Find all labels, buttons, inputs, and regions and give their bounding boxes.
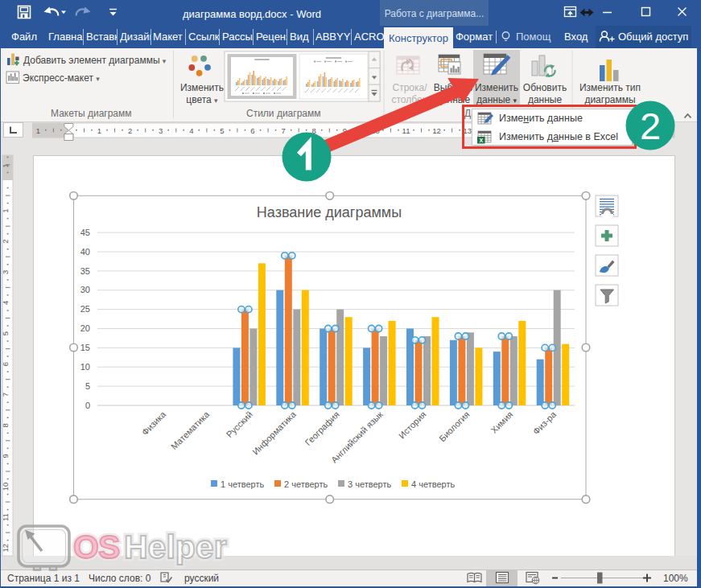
svg-text:Helper: Helper [124,528,227,565]
svg-text:OS: OS [73,528,119,565]
